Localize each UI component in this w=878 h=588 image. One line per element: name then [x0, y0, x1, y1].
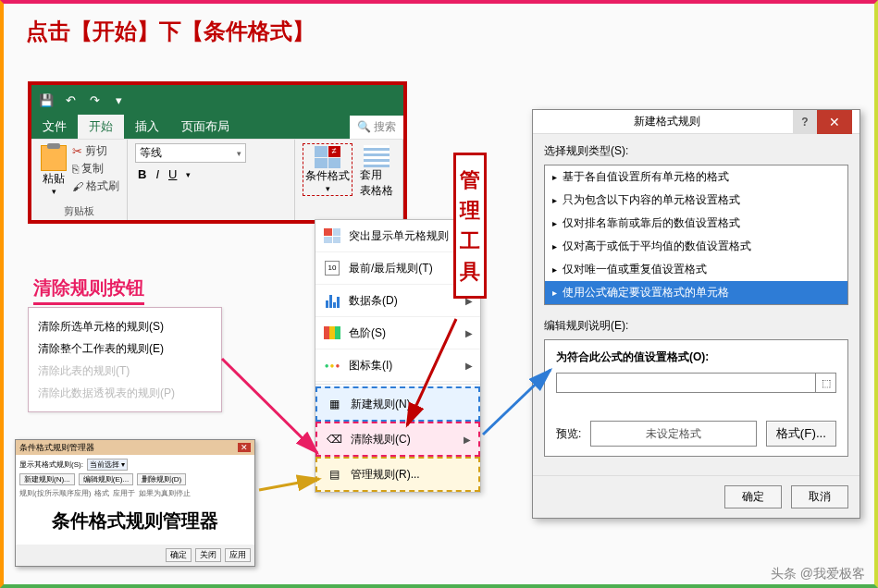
menu-new-rule[interactable]: ▦ 新建规则(N)... — [315, 386, 480, 422]
range-picker-icon[interactable]: ⬚ — [815, 374, 835, 392]
table-icon — [364, 145, 390, 167]
edit-rule-label: 编辑规则说明(E): — [544, 318, 848, 334]
underline-button[interactable]: U — [166, 166, 179, 182]
menu-label: 色阶(S) — [349, 325, 386, 341]
mgmt-tools-callout: 管理工具 — [453, 153, 487, 299]
chevron-right-icon: ▶ — [464, 435, 471, 445]
new-rule-dialog: 新建格式规则 ? ✕ 选择规则类型(S): 基于各自值设置所有单元格的格式 只为… — [532, 109, 860, 519]
tab-home[interactable]: 开始 — [78, 115, 124, 139]
painter-label: 格式刷 — [86, 178, 119, 194]
top10-icon: 10 — [323, 260, 341, 276]
excel-ribbon: 💾 ↶ ↷ ▾ 文件 开始 插入 页面布局 🔍 搜索 粘贴 ▾ ✂剪切 ⎘复制 … — [28, 81, 407, 224]
clear-table: 清除此表的规则(T) — [38, 360, 212, 382]
formula-label: 为符合此公式的值设置格式(O): — [556, 349, 836, 365]
font-name-combo[interactable]: 等线▾ — [135, 143, 246, 163]
format-button[interactable]: 格式(F)... — [766, 421, 836, 447]
clear-selected[interactable]: 清除所选单元格的规则(S) — [38, 315, 212, 337]
redo-icon[interactable]: ↷ — [87, 93, 102, 107]
new-rule-icon: ▦ — [325, 396, 343, 412]
tab-insert[interactable]: 插入 — [124, 115, 170, 139]
manage-icon: ▤ — [325, 466, 343, 483]
copy-label: 复制 — [81, 161, 104, 177]
col-header: 应用于 — [113, 488, 135, 498]
format-painter-button[interactable]: 🖌格式刷 — [72, 178, 119, 194]
tab-layout[interactable]: 页面布局 — [170, 115, 241, 139]
rule-type-item[interactable]: 仅对唯一值或重复值设置格式 — [545, 258, 847, 281]
clear-rules-submenu: 清除所选单元格的规则(S) 清除整个工作表的规则(E) 清除此表的规则(T) 清… — [28, 307, 222, 412]
rule-type-item[interactable]: 基于各自值设置所有单元格的格式 — [545, 165, 847, 189]
highlight-icon — [323, 227, 341, 244]
mgr-apply-button[interactable]: 应用 — [225, 548, 251, 562]
rule-type-item[interactable]: 仅对排名靠前或靠后的数值设置格式 — [545, 212, 847, 235]
page-title: 点击【开始】下【条件格式】 — [26, 17, 315, 46]
close-icon[interactable]: ✕ — [817, 110, 852, 134]
brush-icon: 🖌 — [72, 180, 83, 193]
cancel-button[interactable]: 取消 — [791, 485, 848, 508]
cond-format-icon: ≠ — [315, 146, 340, 168]
undo-icon[interactable]: ↶ — [63, 93, 78, 107]
clear-rules-title: 清除规则按钮 — [33, 276, 144, 305]
font-name-value: 等线 — [140, 145, 162, 161]
databars-icon — [323, 292, 341, 309]
close-icon[interactable]: ✕ — [238, 443, 251, 452]
menu-label: 突出显示单元格规则 — [349, 228, 449, 244]
rule-type-item[interactable]: 只为包含以下内容的单元格设置格式 — [545, 189, 847, 212]
dialog-title-text: 新建格式规则 — [540, 114, 793, 129]
manager-titlebar: 条件格式规则管理器 ✕ — [16, 440, 254, 455]
scissors-icon: ✂ — [72, 144, 82, 158]
font-group: 等线▾ B I U ▾ — [128, 140, 295, 220]
menu-label: 最前/最后规则(T) — [349, 261, 433, 276]
mgr-delete-button[interactable]: 删除规则(D) — [137, 473, 186, 485]
paste-label: 粘贴 — [43, 171, 65, 187]
bold-button[interactable]: B — [135, 166, 149, 182]
chevron-down-icon: ▾ — [52, 187, 56, 196]
menu-color-scales[interactable]: 色阶(S)▶ — [315, 317, 480, 349]
paste-button[interactable]: 粘贴 ▾ — [39, 143, 68, 198]
menu-icon-sets[interactable]: ●●● 图标集(I)▶ — [315, 349, 480, 382]
iconsets-icon: ●●● — [323, 357, 341, 374]
mgr-close-button[interactable]: 关闭 — [195, 548, 221, 562]
edit-rule-area: 为符合此公式的值设置格式(O): ⬚ 预览: 未设定格式 格式(F)... — [544, 339, 848, 457]
rule-type-item-selected[interactable]: 使用公式确定要设置格式的单元格 — [545, 281, 847, 304]
ribbon-tabs: 文件 开始 插入 页面布局 🔍 搜索 — [31, 115, 403, 139]
cut-button[interactable]: ✂剪切 — [72, 143, 119, 159]
italic-button[interactable]: I — [153, 166, 162, 182]
clear-sheet[interactable]: 清除整个工作表的规则(E) — [38, 337, 212, 360]
col-header: 格式 — [94, 488, 109, 498]
clipboard-group: 粘贴 ▾ ✂剪切 ⎘复制 🖌格式刷 剪贴板 — [31, 140, 128, 220]
save-icon[interactable]: 💾 — [39, 93, 54, 107]
manager-overlay-text: 条件格式规则管理器 — [19, 501, 251, 541]
rule-type-item[interactable]: 仅对高于或低于平均值的数值设置格式 — [545, 235, 847, 258]
menu-manage-rules[interactable]: ▤ 管理规则(R)... — [315, 457, 480, 492]
copy-icon: ⎘ — [72, 163, 79, 176]
menu-clear-rules[interactable]: ⌫ 清除规则(C)▶ — [315, 422, 480, 457]
tab-file[interactable]: 文件 — [31, 115, 78, 139]
mgr-ok-button[interactable]: 确定 — [166, 548, 192, 562]
ok-button[interactable]: 确定 — [724, 485, 782, 508]
manager-title-text: 条件格式规则管理器 — [19, 442, 94, 454]
help-icon[interactable]: ? — [793, 110, 817, 134]
mgr-edit-button[interactable]: 编辑规则(E)... — [79, 473, 133, 485]
menu-label: 新建规则(N)... — [351, 397, 420, 412]
col-header: 规则(按所示顺序应用) — [19, 488, 91, 498]
show-rules-combo[interactable]: 当前选择 ▾ — [87, 459, 128, 471]
menu-label: 管理规则(R)... — [351, 467, 420, 483]
menu-label: 清除规则(C) — [351, 432, 411, 447]
col-header: 如果为真则停止 — [139, 488, 191, 498]
preview-label: 预览: — [556, 426, 581, 442]
rule-type-list: 基于各自值设置所有单元格的格式 只为包含以下内容的单元格设置格式 仅对排名靠前或… — [544, 165, 848, 305]
show-rules-label: 显示其格式规则(S): — [19, 459, 83, 470]
chevron-down-icon: ▾ — [183, 169, 193, 180]
conditional-formatting-button[interactable]: ≠ 条件格式 ▾ — [303, 143, 352, 196]
formula-input-wrap: ⬚ — [556, 373, 836, 393]
quick-access-toolbar: 💾 ↶ ↷ ▾ — [31, 85, 403, 115]
qat-more-icon[interactable]: ▾ — [111, 93, 126, 107]
ribbon-search[interactable]: 🔍 搜索 — [350, 116, 403, 139]
mgr-new-button[interactable]: 新建规则(N)... — [19, 473, 75, 485]
styles-group: ≠ 条件格式 ▾ 套用 表格格 — [295, 140, 403, 220]
menu-label: 数据条(D) — [349, 293, 398, 309]
format-as-table-button[interactable]: 套用 表格格 — [358, 143, 395, 201]
formula-input[interactable] — [557, 374, 815, 392]
copy-button[interactable]: ⎘复制 — [72, 161, 119, 177]
clear-pivot: 清除此数据透视表的规则(P) — [38, 382, 212, 404]
